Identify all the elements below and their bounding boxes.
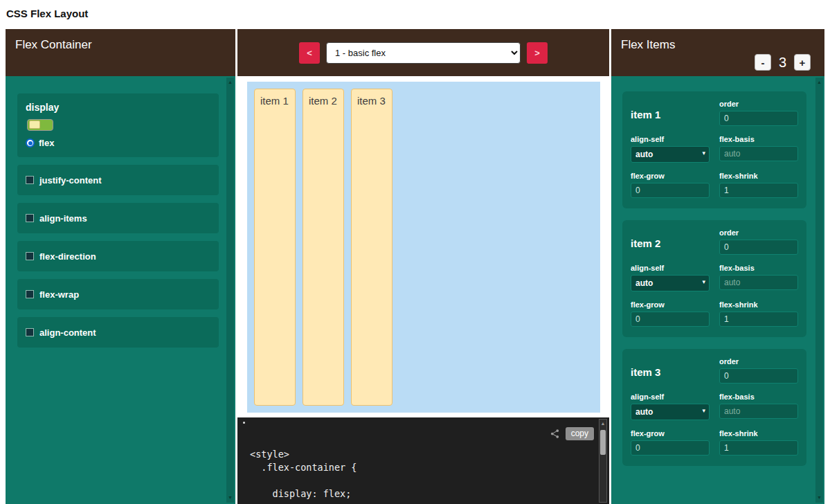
remove-item-button[interactable]: - <box>755 54 771 71</box>
flex-items-panel: Flex Items - 3 + item 1 order align-self <box>611 29 824 504</box>
flex-direction-checkbox[interactable] <box>26 252 34 260</box>
align-content-label: align-content <box>39 327 96 338</box>
copy-button[interactable]: copy <box>566 427 594 440</box>
align-items-label: align-items <box>39 213 87 224</box>
display-card: display flex <box>17 93 219 157</box>
flex-basis-label: flex-basis <box>719 393 798 401</box>
flex-grow-input[interactable] <box>631 440 710 456</box>
right-panel-scrollbar[interactable]: ▲ ▼ <box>815 78 823 503</box>
flex-basis-input[interactable] <box>719 146 798 161</box>
code-scrollbar[interactable]: ▲ <box>599 419 607 503</box>
flex-items-panel-header: Flex Items - 3 + <box>611 29 824 76</box>
align-self-select[interactable]: auto <box>631 275 710 291</box>
item-card-2: item 2 order align-self auto ▾ <box>622 220 806 337</box>
flex-demo-container: item 1 item 2 item 3 <box>247 82 600 413</box>
scroll-up-icon[interactable]: ▲ <box>599 420 606 428</box>
flex-container-panel-title: Flex Container <box>6 29 235 52</box>
flex-direction-label: flex-direction <box>39 251 96 262</box>
flex-container-panel: Flex Container display flex justify-cont… <box>6 29 235 504</box>
prev-preset-button[interactable]: < <box>299 42 320 64</box>
align-content-checkbox[interactable] <box>26 328 34 336</box>
justify-content-label: justify-content <box>39 175 102 186</box>
demo-item-2: item 2 <box>303 89 344 406</box>
flex-basis-label: flex-basis <box>719 264 798 272</box>
code-cursor-dot <box>243 422 245 424</box>
code-line: display: flex; <box>250 487 609 501</box>
option-justify-content[interactable]: justify-content <box>17 165 219 195</box>
align-items-checkbox[interactable] <box>26 214 34 222</box>
item-card-title: item 3 <box>631 363 710 378</box>
flex-shrink-input[interactable] <box>719 183 798 198</box>
flex-basis-label: flex-basis <box>719 135 798 143</box>
demo-item-3: item 3 <box>351 89 393 406</box>
scroll-up-icon[interactable]: ▲ <box>228 78 233 87</box>
flex-container-panel-header: Flex Container <box>6 29 235 76</box>
order-input[interactable] <box>719 111 798 126</box>
item-card-1: item 1 order align-self auto ▾ <box>622 91 806 208</box>
item-card-3: item 3 order align-self auto ▾ <box>622 349 806 466</box>
code-line <box>250 474 609 487</box>
option-align-items[interactable]: align-items <box>17 203 219 233</box>
share-icon[interactable] <box>550 429 560 439</box>
add-item-button[interactable]: + <box>794 54 811 71</box>
order-label: order <box>719 357 798 366</box>
display-label: display <box>26 102 59 113</box>
order-label: order <box>719 100 798 108</box>
preset-select[interactable]: 1 - basic flex <box>326 42 521 64</box>
scroll-down-icon[interactable]: ▼ <box>817 493 822 503</box>
flex-grow-label: flex-grow <box>631 300 710 309</box>
flex-container-panel-body: display flex justify-content align-item <box>6 76 235 504</box>
flex-grow-label: flex-grow <box>631 172 710 180</box>
option-flex-direction[interactable]: flex-direction <box>17 241 219 271</box>
code-panel: copy <style> .flex-container { display: … <box>237 417 609 504</box>
order-label: order <box>719 228 798 237</box>
order-input[interactable] <box>719 240 798 255</box>
flex-grow-input[interactable] <box>631 312 710 327</box>
flex-basis-input[interactable] <box>719 404 798 419</box>
order-input[interactable] <box>719 368 798 384</box>
flex-grow-label: flex-grow <box>631 429 710 438</box>
justify-content-checkbox[interactable] <box>26 176 34 184</box>
preset-toolbar: < 1 - basic flex > <box>237 29 609 76</box>
flex-shrink-label: flex-shrink <box>719 429 798 438</box>
flex-shrink-input[interactable] <box>719 440 798 456</box>
code-line: .flex-container { <box>250 461 609 474</box>
flex-wrap-label: flex-wrap <box>39 289 79 300</box>
flex-items-panel-body: item 1 order align-self auto ▾ <box>611 76 824 504</box>
code-content: <style> .flex-container { display: flex; <box>250 448 609 501</box>
scroll-up-icon[interactable]: ▲ <box>817 78 822 87</box>
item-card-title: item 1 <box>631 106 710 120</box>
display-flex-radio[interactable] <box>26 138 35 147</box>
display-toggle-knob <box>29 120 40 129</box>
next-preset-button[interactable]: > <box>527 42 548 64</box>
code-scrollbar-thumb[interactable] <box>600 430 606 455</box>
display-flex-radio-label: flex <box>39 138 54 148</box>
flex-items-panel-title: Flex Items <box>611 29 824 52</box>
flex-shrink-label: flex-shrink <box>719 300 798 309</box>
demo-item-1: item 1 <box>254 89 296 406</box>
code-line: <style> <box>250 448 609 461</box>
item-count: 3 <box>779 55 786 71</box>
scroll-down-icon[interactable]: ▼ <box>228 493 233 503</box>
flex-shrink-label: flex-shrink <box>719 172 798 180</box>
align-self-select[interactable]: auto <box>631 404 710 420</box>
flex-wrap-checkbox[interactable] <box>26 290 34 298</box>
flex-basis-input[interactable] <box>719 275 798 290</box>
display-toggle[interactable] <box>27 119 53 131</box>
preview-panel: < 1 - basic flex > item 1 item 2 item 3 … <box>237 29 609 504</box>
main-layout: Flex Container display flex justify-cont… <box>6 29 824 504</box>
flex-grow-input[interactable] <box>631 183 710 198</box>
left-panel-scrollbar[interactable]: ▲ ▼ <box>226 78 234 503</box>
flex-shrink-input[interactable] <box>719 312 798 327</box>
align-self-label: align-self <box>631 393 710 401</box>
align-self-select[interactable]: auto <box>631 146 710 163</box>
page-title: CSS Flex Layout <box>0 0 830 29</box>
align-self-label: align-self <box>631 264 710 272</box>
item-card-title: item 2 <box>631 235 710 249</box>
align-self-label: align-self <box>631 135 710 143</box>
option-flex-wrap[interactable]: flex-wrap <box>17 279 219 309</box>
option-align-content[interactable]: align-content <box>17 317 219 348</box>
